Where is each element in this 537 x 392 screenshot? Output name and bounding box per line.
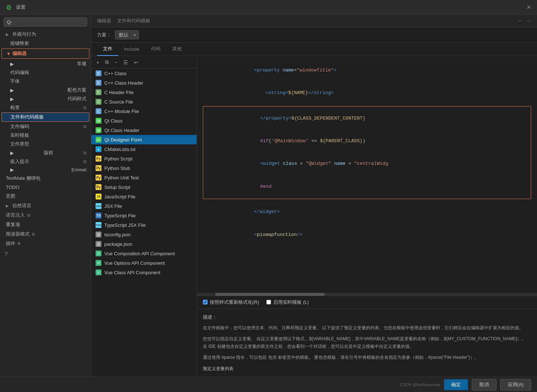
- file-tree-item-cpp-class[interactable]: C C++ Class: [91, 69, 197, 78]
- sidebar-item-fileencoding[interactable]: 文件编码 ⊟: [0, 122, 91, 131]
- sidebar-item-editor[interactable]: ▼ 编辑器: [1, 48, 89, 59]
- file-tree-item-jsx[interactable]: JSX JSX File: [91, 201, 197, 211]
- sidebar-item-label: 检查: [10, 104, 20, 111]
- file-tree-item-python-script[interactable]: Py Python Script: [91, 154, 197, 163]
- apply-button[interactable]: 应用(A): [500, 379, 531, 391]
- sidebar-item-filetemplate[interactable]: 文件和代码模板: [1, 112, 89, 122]
- sidebar-item-todo[interactable]: TODO: [0, 183, 91, 191]
- chevron-icon: ▶: [10, 150, 14, 156]
- sidebar-item-copyright[interactable]: ▶ 版权 ⊟: [0, 148, 91, 157]
- sidebar-item-label: 实时模板: [10, 132, 29, 139]
- remove-template-button[interactable]: −: [113, 59, 119, 66]
- python-script-icon: Py: [96, 156, 101, 162]
- typescript-jsx-icon: TSX: [96, 222, 101, 228]
- description-panel: 描述： 在文件模板中，您可以使用文本、代码、注释和预定义变量。 以下提供了预定义…: [197, 308, 537, 377]
- title-bar: ⚙ 设置 ✕: [0, 0, 537, 15]
- sidebar-item-langinjection[interactable]: 语言注入 ⊟: [0, 210, 91, 220]
- realtime-label: 启用实时模板 (L): [273, 299, 309, 306]
- help-button[interactable]: ?: [0, 248, 91, 261]
- file-tree-item-tsconfig[interactable]: {} tsconfig.json: [91, 230, 197, 239]
- jsx-icon: JSX: [96, 203, 101, 209]
- file-tree-item-c-header[interactable]: C C Header File: [91, 88, 197, 97]
- file-tree-item-cmakelists[interactable]: ▲ CMakeLists.txt: [91, 144, 197, 154]
- search-input[interactable]: [4, 18, 87, 27]
- watermark: CSDN @theRavensea: [400, 383, 440, 387]
- menu-template-button[interactable]: ☰: [122, 59, 130, 66]
- tab-include[interactable]: Include: [118, 43, 145, 55]
- sidebar-item-emmet[interactable]: ▶ Emmet: [0, 166, 91, 174]
- file-tree-item-qt-class[interactable]: Qt Qt Class: [91, 116, 197, 125]
- code-scrollbar[interactable]: [197, 293, 537, 296]
- tab-files[interactable]: 文件: [97, 43, 118, 56]
- sidebar-item-label: 按键映射: [10, 40, 29, 47]
- realtime-checkbox-wrap[interactable]: 启用实时模板 (L): [266, 299, 309, 306]
- sidebar-item-codestyle[interactable]: ▶ 代码样式: [0, 94, 91, 103]
- realtime-checkbox[interactable]: [266, 300, 271, 304]
- python-unittest-icon: Py: [96, 175, 101, 181]
- sidebar-item-intent[interactable]: 意图: [0, 191, 91, 201]
- tab-other[interactable]: 其他: [166, 43, 188, 56]
- file-tree-item-vue-options[interactable]: V Vue Options API Component: [91, 258, 197, 268]
- reformat-checkbox[interactable]: [203, 300, 208, 304]
- file-tree-item-javascript[interactable]: JS JavaScript File: [91, 192, 197, 201]
- code-editor[interactable]: <property name="windowTitle"> <string>${…: [197, 56, 537, 293]
- sidebar-item-label: 外观与行为: [12, 31, 36, 38]
- sidebar-item-inspection[interactable]: 检查 ⊟: [0, 103, 91, 112]
- sidebar-item-realtimetemplate[interactable]: 实时模板: [0, 131, 91, 140]
- scheme-select[interactable]: 默认: [115, 30, 139, 39]
- close-button[interactable]: ✕: [526, 4, 531, 10]
- file-tree-item-qt-class-header[interactable]: Qt Qt Class Header: [91, 125, 197, 135]
- sidebar-item-plugins[interactable]: 插件 𝕬: [0, 239, 91, 248]
- file-tree-item-label: TypeScript File: [104, 213, 136, 218]
- desc-title: 描述：: [203, 313, 531, 321]
- sidebar-item-repeat[interactable]: 重复项: [0, 220, 91, 229]
- file-tree-item-package-json[interactable]: {} package.json: [91, 239, 197, 249]
- sidebar-item-label: Emmet: [72, 167, 86, 172]
- cpp-module-icon: C: [96, 108, 101, 114]
- file-tree-item-c-source[interactable]: C C Source File: [91, 97, 197, 106]
- sidebar-item-inlayhint[interactable]: 嵌入提示 ⊟: [0, 157, 91, 166]
- sidebar-item-naturallang[interactable]: ▶ 自然语言: [0, 201, 91, 210]
- sidebar-item-font[interactable]: 字体: [0, 77, 91, 86]
- file-tree-item-label: Setup Script: [104, 185, 130, 190]
- sidebar-item-codeedit[interactable]: 代码编辑: [0, 68, 91, 77]
- file-tree-item-typescript[interactable]: TS TypeScript File: [91, 211, 197, 220]
- sidebar-item-label: 语言注入: [6, 212, 25, 218]
- sidebar-item-keymap[interactable]: 按键映射: [0, 39, 91, 48]
- file-tree-item-qt-designer-form[interactable]: QT Qt Designer Form: [91, 135, 197, 144]
- file-tree-item-label: Python Script: [104, 156, 132, 162]
- confirm-button[interactable]: 确定: [444, 379, 468, 390]
- sidebar-item-label: 嵌入提示: [10, 158, 29, 165]
- tab-code[interactable]: 代码: [145, 43, 166, 56]
- sidebar-item-appearance[interactable]: ▶ 外观与行为: [0, 30, 91, 39]
- nav-forward-button[interactable]: →: [526, 18, 531, 24]
- sidebar-item-readermode[interactable]: 阅读器模式 ⊟: [0, 229, 91, 239]
- file-tree-item-label: JavaScript File: [104, 194, 135, 199]
- breadcrumb: 编辑器 › 文件和代码模板: [97, 18, 150, 24]
- file-tree-item-typescript-jsx[interactable]: TSX TypeScript JSX File: [91, 220, 197, 230]
- sidebar: ▶ 外观与行为 按键映射 ▼ 编辑器 ▶ 常规 代码编辑 字体 ▶ 配色方案 ▶…: [0, 15, 91, 377]
- breadcrumb-separator: ›: [113, 18, 115, 24]
- file-tree-item-cpp-module[interactable]: C C++ Module File: [91, 106, 197, 116]
- sidebar-item-textmate[interactable]: TextMate 捆绑包: [0, 174, 91, 183]
- sidebar-item-colorscheme[interactable]: ▶ 配色方案: [0, 86, 91, 94]
- file-tree-item-python-unittest[interactable]: Py Python Unit Test: [91, 173, 197, 182]
- sidebar-item-label: 文件编码: [10, 123, 29, 130]
- add-template-button[interactable]: +: [95, 59, 101, 66]
- sidebar-item-general[interactable]: ▶ 常规: [0, 59, 91, 68]
- reformat-checkbox-wrap[interactable]: 按照样式重新格式化(R): [203, 299, 259, 306]
- title-bar-left: ⚙ 设置: [6, 4, 26, 11]
- file-tree-item-python-stub[interactable]: Py Python Stub: [91, 163, 197, 173]
- file-tree-item-cpp-class-header[interactable]: C C++ Class Header: [91, 78, 197, 88]
- undo-template-button[interactable]: ↩: [132, 59, 140, 66]
- setup-script-icon: Py: [96, 184, 101, 190]
- file-tree-item-vue-class[interactable]: V Vue Class API Component: [91, 268, 197, 277]
- code-panel: <property name="windowTitle"> <string>${…: [197, 56, 537, 377]
- copy-template-button[interactable]: ⧉: [104, 58, 110, 66]
- cancel-button[interactable]: 取消: [472, 379, 497, 391]
- file-tree-item-setup-script[interactable]: Py Setup Script: [91, 182, 197, 192]
- file-tree-item-label: C++ Class Header: [104, 80, 143, 86]
- file-tree-item-vue-composition[interactable]: V Vue Composition API Component: [91, 249, 197, 258]
- nav-back-button[interactable]: ←: [518, 18, 523, 24]
- sidebar-item-filetype[interactable]: 文件类型: [0, 140, 91, 148]
